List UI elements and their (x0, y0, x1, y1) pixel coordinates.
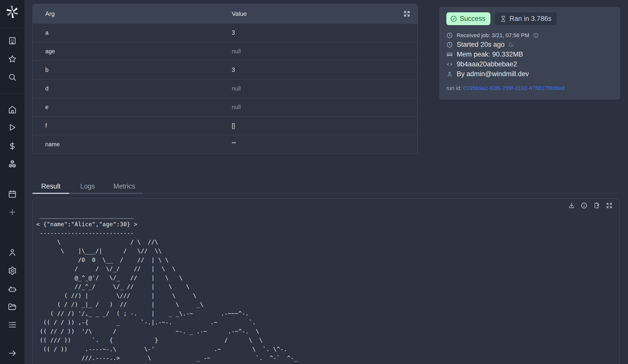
sidebar-divider (0, 93, 24, 94)
user-icon (446, 71, 453, 77)
mem-peak-text: Mem peak: 90.332MB (457, 51, 523, 58)
variables-dollar-icon[interactable] (0, 142, 24, 151)
table-row: age null (33, 42, 417, 61)
info-icon[interactable] (581, 202, 587, 209)
received-job-text: Received job: 3/21, 07:56 PM (457, 32, 529, 39)
copy-to-clipboard-icon[interactable] (593, 202, 600, 209)
arg-value: null (219, 104, 417, 111)
memory-icon (446, 51, 453, 58)
arg-name: age (33, 48, 219, 55)
arg-name: f (33, 122, 219, 129)
resources-cubes-icon[interactable] (0, 159, 24, 168)
arg-name: a (33, 29, 219, 36)
code-icon (446, 61, 453, 68)
tab-result[interactable]: Result (32, 180, 69, 194)
arg-value: [] (219, 122, 417, 129)
arg-name: b (33, 67, 219, 73)
folders-icon[interactable] (0, 302, 24, 311)
script-hash-link[interactable]: 9b4aaa20abbebae2 (457, 60, 517, 68)
collapse-arrow-right-icon[interactable] (0, 349, 24, 358)
clock-icon (446, 41, 453, 48)
duration-label: Ran in 3.786s (509, 15, 552, 23)
workspace-building-icon[interactable] (0, 36, 24, 45)
args-table-header: Arg Value (33, 4, 417, 23)
status-badge-label: Success (460, 15, 485, 23)
status-badge: Success (446, 12, 490, 25)
result-tabbar: Result Logs Metrics (32, 180, 619, 194)
started-text: Started 20s ago (457, 41, 505, 49)
search-icon[interactable] (0, 73, 24, 82)
workers-robot-icon[interactable] (0, 284, 24, 293)
column-header-value: Value (219, 10, 417, 17)
audit-logs-list-icon[interactable] (0, 320, 24, 329)
arg-value: "" (219, 141, 417, 148)
create-plus-icon[interactable] (0, 208, 24, 216)
job-status-panel: Success Ran in 3.786s Received job: 3/21… (439, 7, 620, 100)
arg-name: d (33, 85, 219, 92)
sidebar-divider (0, 28, 24, 28)
clock-icon (446, 32, 453, 39)
windmill-logo-icon[interactable] (0, 5, 24, 19)
home-icon[interactable] (0, 105, 24, 114)
run-id-link[interactable]: 0195b9a2-83f6-299f-d192-478817f8d8ed (463, 85, 564, 91)
table-row: e null (33, 98, 417, 116)
table-row: a 3 (33, 23, 417, 42)
tab-metrics[interactable]: Metrics (106, 180, 143, 194)
run-id-label: run id: (446, 85, 462, 91)
column-header-arg: Arg (33, 10, 219, 17)
fullscreen-expand-icon[interactable] (606, 202, 613, 209)
settings-gear-icon[interactable] (0, 266, 24, 275)
args-table: Arg Value a 3 age null b 3 d null e null… (32, 4, 418, 154)
arg-name: e (33, 104, 219, 111)
table-row: b 3 (33, 61, 417, 79)
hourglass-icon (500, 16, 506, 22)
tab-logs[interactable]: Logs (69, 180, 106, 194)
schedules-calendar-icon[interactable] (0, 190, 24, 199)
favorites-star-icon[interactable] (0, 55, 24, 64)
check-circle-icon (450, 15, 457, 22)
arg-value: null (219, 85, 417, 92)
expand-args-icon[interactable] (403, 10, 410, 17)
table-row: f [] (33, 116, 417, 135)
clock-info-icon[interactable] (508, 42, 514, 47)
created-by-text: By admin@windmill.dev (457, 70, 529, 78)
table-row: name "" (33, 135, 417, 154)
download-icon[interactable] (568, 202, 575, 209)
table-row: d null (33, 79, 417, 98)
result-ascii-art: ___________________________ < {"name":"A… (36, 211, 298, 364)
duration-chip: Ran in 3.786s (495, 12, 557, 25)
info-icon[interactable] (533, 33, 539, 38)
result-panel: ___________________________ < {"name":"A… (32, 198, 619, 364)
user-icon[interactable] (0, 248, 24, 257)
sidebar (0, 0, 24, 364)
runs-play-icon[interactable] (0, 123, 24, 132)
arg-value: null (219, 48, 417, 55)
arg-name: name (33, 141, 219, 148)
arg-value: 3 (219, 67, 417, 73)
arg-value: 3 (219, 29, 417, 36)
